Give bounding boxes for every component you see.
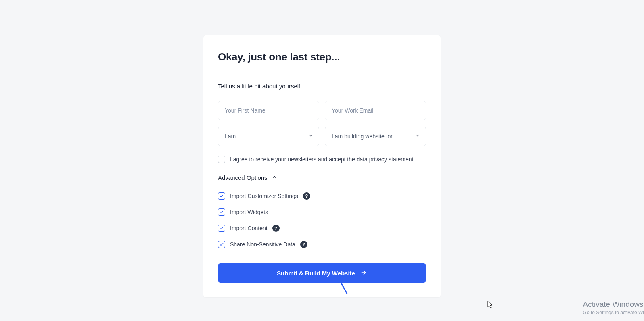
first-name-input[interactable] (218, 101, 319, 120)
help-icon[interactable]: ? (272, 225, 280, 232)
import-customizer-row: Import Customizer Settings ? (218, 192, 426, 200)
watermark-sub: Go to Settings to activate Wi (583, 310, 644, 315)
agree-checkbox[interactable] (218, 156, 225, 163)
name-email-row (218, 101, 426, 120)
role-select[interactable]: I am... (218, 127, 319, 146)
share-data-row: Share Non-Sensitive Data ? (218, 241, 426, 248)
share-data-label: Share Non-Sensitive Data (230, 241, 295, 248)
import-customizer-checkbox[interactable] (218, 192, 225, 200)
purpose-select[interactable]: I am building website for... (325, 127, 426, 146)
select-row: I am... I am building website for... (218, 127, 426, 146)
import-content-checkbox[interactable] (218, 225, 225, 232)
help-icon[interactable]: ? (303, 192, 310, 200)
chevron-up-icon (272, 174, 277, 181)
agree-row: I agree to receive your newsletters and … (218, 156, 426, 163)
advanced-options-toggle[interactable]: Advanced Options (218, 174, 426, 181)
submit-button-label: Submit & Build My Website (277, 270, 355, 277)
advanced-options-label: Advanced Options (218, 174, 268, 181)
windows-watermark: Activate Windows Go to Settings to activ… (583, 300, 644, 315)
watermark-title: Activate Windows (583, 300, 644, 309)
import-widgets-label: Import Widgets (230, 209, 268, 215)
form-card: Okay, just one last step... Tell us a li… (203, 35, 441, 297)
submit-button[interactable]: Submit & Build My Website (218, 263, 426, 283)
role-select-wrap: I am... (218, 127, 319, 146)
import-content-label: Import Content (230, 225, 268, 231)
share-data-checkbox[interactable] (218, 241, 225, 248)
import-content-row: Import Content ? (218, 225, 426, 232)
import-widgets-checkbox[interactable] (218, 208, 225, 216)
import-widgets-row: Import Widgets (218, 208, 426, 216)
purpose-select-wrap: I am building website for... (325, 127, 426, 146)
cursor-icon (487, 301, 494, 311)
arrow-right-icon (360, 269, 367, 277)
agree-text: I agree to receive your newsletters and … (230, 156, 415, 163)
work-email-input[interactable] (325, 101, 426, 120)
subtitle: Tell us a little bit about yourself (218, 83, 426, 90)
page-title: Okay, just one last step... (218, 51, 426, 63)
help-icon[interactable]: ? (300, 241, 307, 248)
import-customizer-label: Import Customizer Settings (230, 193, 298, 199)
